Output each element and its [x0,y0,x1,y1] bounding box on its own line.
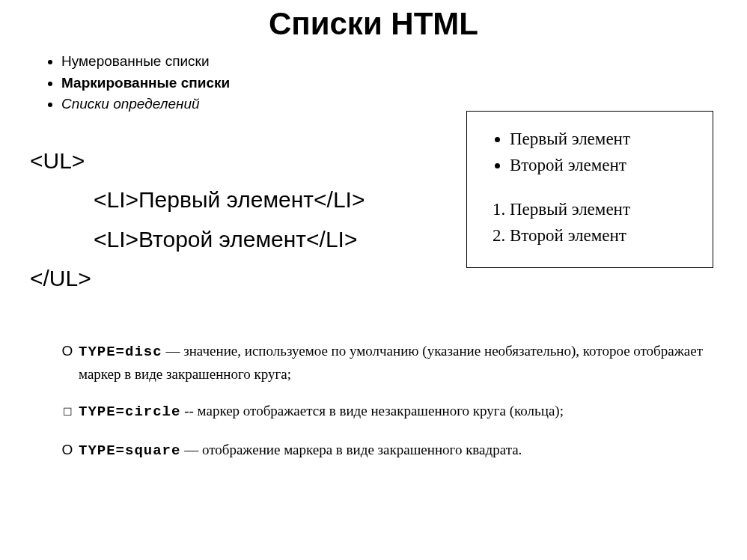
type-circle-label: TYPE=circle [79,404,180,420]
type-square-label: TYPE=square [79,442,180,459]
example-ol-item1: Первый элемент [510,197,694,223]
type-circle-desc: -- маркер отображается в виде незакрашен… [180,403,564,419]
example-ul-item2: Второй элемент [510,153,694,179]
type-circle-row: TYPE=circle -- маркер отображается в вид… [56,400,717,423]
example-ordered-list: Первый элемент Второй элемент [510,197,694,249]
disc-marker-icon [56,340,79,362]
type-square-row: TYPE=square — отображение маркера в виде… [56,439,717,462]
rendered-example-box: Первый элемент Второй элемент Первый эле… [466,111,713,268]
type-disc-desc: — значение, используемое по умолчанию (у… [79,343,703,382]
example-ul-item1: Первый элемент [510,127,694,153]
list-types: Нумерованные списки Маркированные списки… [45,51,747,115]
square-marker-icon [56,439,79,460]
type-circle-text: TYPE=circle -- маркер отображается в вид… [79,400,717,423]
type-attribute-descriptions: TYPE=disc — значение, используемое по ум… [56,340,717,463]
list-item-numbered: Нумерованные списки [61,51,747,73]
example-ol-item2: Второй элемент [510,223,694,249]
circle-marker-icon [56,400,79,421]
page-title: Списки HTML [0,0,747,51]
type-disc-row: TYPE=disc — значение, используемое по ум… [56,340,717,386]
list-item-bulleted: Маркированные списки [61,73,747,94]
type-disc-label: TYPE=disc [79,344,162,360]
type-disc-text: TYPE=disc — значение, используемое по ум… [79,340,717,386]
example-unordered-list: Первый элемент Второй элемент [510,127,694,178]
type-square-text: TYPE=square — отображение маркера в виде… [79,439,717,462]
type-square-desc: — отображение маркера в виде закрашенног… [180,442,522,457]
